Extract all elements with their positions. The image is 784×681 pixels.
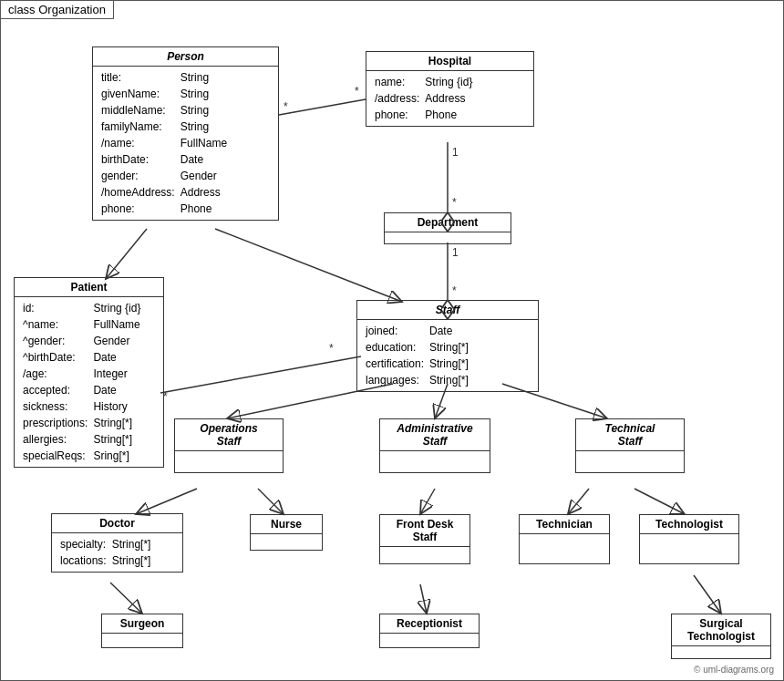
svg-text:*: * [452, 196, 457, 209]
svg-line-26 [420, 584, 427, 614]
diagram-container: class Organization * * 1 * [0, 0, 784, 681]
hospital-title: Hospital [366, 52, 533, 71]
department-class: Department [384, 212, 511, 244]
svg-line-20 [136, 489, 197, 514]
technologist-class: Technologist [639, 514, 739, 564]
administrative-staff-class: AdministrativeStaff [379, 418, 490, 473]
nurse-body [251, 534, 322, 548]
operations-staff-body [175, 451, 283, 459]
staff-body: joined:Date education:String[*] certific… [357, 320, 538, 391]
svg-text:1: 1 [452, 246, 459, 259]
patient-class: Patient id:String {id} ^name:FullName ^g… [14, 277, 164, 468]
front-desk-staff-body [380, 547, 469, 556]
surgeon-title: Surgeon [102, 614, 182, 634]
surgeon-body [102, 634, 182, 641]
hospital-class: Hospital name:String {id} /address:Addre… [366, 51, 534, 127]
staff-title: Staff [357, 301, 538, 320]
svg-text:1: 1 [452, 146, 459, 159]
hospital-body: name:String {id} /address:Address phone:… [366, 71, 533, 126]
technical-staff-title: TechnicalStaff [576, 419, 684, 451]
receptionist-class: Receptionist [379, 614, 480, 648]
administrative-staff-title: AdministrativeStaff [380, 419, 490, 451]
doctor-class: Doctor specialty:String[*] locations:Str… [51, 513, 183, 573]
nurse-class: Nurse [250, 514, 323, 551]
svg-line-27 [694, 575, 721, 614]
svg-text:*: * [284, 100, 288, 113]
person-body: title:String givenName:String middleName… [93, 67, 278, 220]
technical-staff-body [576, 451, 684, 459]
svg-text:*: * [329, 342, 334, 355]
diagram-title: class Organization [1, 1, 114, 19]
operations-staff-title: OperationsStaff [175, 419, 283, 451]
surgeon-class: Surgeon [101, 614, 183, 648]
svg-line-13 [215, 229, 402, 302]
staff-class: Staff joined:Date education:String[*] ce… [356, 300, 539, 392]
svg-line-3 [279, 99, 366, 115]
svg-line-25 [110, 583, 142, 614]
technologist-body [640, 534, 738, 552]
svg-line-21 [258, 489, 284, 514]
receptionist-body [380, 634, 479, 641]
person-title: Person [93, 47, 278, 67]
surgical-technologist-title: SurgicalTechnologist [672, 614, 770, 646]
surgical-technologist-class: SurgicalTechnologist [671, 614, 771, 659]
svg-line-24 [634, 489, 685, 514]
patient-body: id:String {id} ^name:FullName ^gender:Ge… [15, 297, 163, 467]
technician-body [520, 534, 609, 552]
technician-class: Technician [519, 514, 610, 564]
front-desk-staff-title: Front DeskStaff [380, 515, 469, 547]
administrative-staff-body [380, 451, 490, 459]
doctor-body: specialty:String[*] locations:String[*] [52, 533, 182, 572]
svg-line-22 [420, 489, 435, 514]
technician-title: Technician [520, 515, 609, 534]
front-desk-staff-class: Front DeskStaff [379, 514, 470, 564]
operations-staff-class: OperationsStaff [174, 418, 284, 473]
surgical-technologist-body [672, 646, 770, 654]
svg-text:*: * [355, 85, 359, 98]
department-body [385, 232, 511, 242]
patient-title: Patient [15, 278, 163, 297]
svg-line-12 [106, 229, 147, 279]
svg-text:*: * [452, 284, 457, 297]
department-title: Department [385, 213, 511, 232]
receptionist-title: Receptionist [380, 614, 479, 634]
person-class: Person title:String givenName:String mid… [92, 46, 279, 221]
svg-line-14 [160, 356, 361, 393]
technical-staff-class: TechnicalStaff [575, 418, 685, 473]
nurse-title: Nurse [251, 515, 322, 534]
doctor-title: Doctor [52, 514, 182, 533]
svg-line-23 [568, 489, 589, 514]
technologist-title: Technologist [640, 515, 738, 534]
copyright-text: © uml-diagrams.org [694, 665, 774, 675]
